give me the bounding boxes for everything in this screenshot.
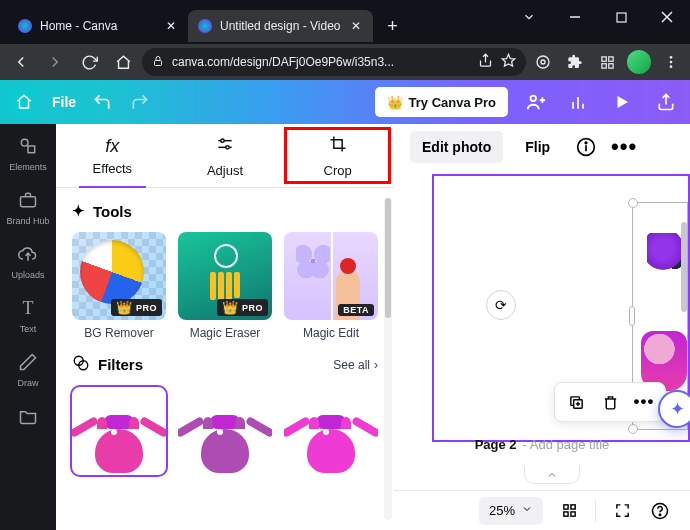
- svg-point-36: [585, 142, 587, 144]
- magic-button[interactable]: ✦: [658, 390, 690, 428]
- more-icon[interactable]: •••: [610, 133, 638, 161]
- reload-button[interactable]: [74, 47, 104, 77]
- tool-magic-edit[interactable]: BETA Magic Edit: [284, 232, 378, 340]
- tab-adjust[interactable]: Adjust: [169, 124, 282, 187]
- tab-title: Home - Canva: [40, 19, 117, 33]
- new-tab-button[interactable]: +: [379, 12, 407, 40]
- maximize-button[interactable]: [598, 2, 644, 32]
- chevron-right-icon: ›: [374, 358, 378, 372]
- svg-rect-9: [601, 56, 605, 60]
- tab-crop[interactable]: Crop: [281, 124, 394, 187]
- svg-rect-10: [608, 56, 612, 60]
- tool-bg-remover[interactable]: 👑PRO BG Remover: [72, 232, 166, 340]
- rail-brand-hub[interactable]: Brand Hub: [6, 188, 49, 226]
- svg-point-24: [21, 139, 28, 146]
- redo-button[interactable]: [128, 90, 152, 114]
- page-caption[interactable]: Page 2 - Add page title: [394, 437, 690, 452]
- lock-icon: [152, 55, 164, 70]
- home-button-browser[interactable]: [108, 47, 138, 77]
- minimize-button[interactable]: [552, 2, 598, 32]
- back-button[interactable]: [6, 47, 36, 77]
- edit-photo-button[interactable]: Edit photo: [410, 131, 503, 163]
- info-icon[interactable]: [572, 133, 600, 161]
- crown-icon: 👑: [387, 95, 403, 110]
- svg-rect-26: [21, 197, 36, 207]
- rail-elements[interactable]: Elements: [9, 134, 47, 172]
- shapes-icon: [16, 134, 40, 158]
- filter-option-1[interactable]: [72, 387, 166, 475]
- browser-tab-home[interactable]: Home - Canva ✕: [8, 10, 188, 42]
- fx-icon: fx: [105, 136, 119, 157]
- svg-point-30: [221, 139, 224, 142]
- filter-option-2[interactable]: [178, 387, 272, 475]
- pro-badge: 👑PRO: [111, 299, 162, 316]
- close-icon[interactable]: ✕: [349, 19, 363, 33]
- apps-icon[interactable]: [594, 49, 620, 75]
- invite-icon[interactable]: [522, 88, 550, 116]
- svg-rect-41: [570, 505, 574, 509]
- star-icon[interactable]: [501, 53, 516, 71]
- svg-point-14: [670, 61, 673, 64]
- more-icon[interactable]: •••: [629, 387, 659, 417]
- tab-effects[interactable]: fxEffects: [56, 124, 169, 187]
- resize-handle[interactable]: [628, 198, 638, 208]
- svg-point-7: [537, 56, 549, 68]
- fullscreen-icon[interactable]: [610, 499, 634, 523]
- close-icon[interactable]: ✕: [164, 19, 178, 33]
- sliders-icon: [215, 134, 235, 159]
- file-menu[interactable]: File: [52, 94, 76, 110]
- collapse-handle[interactable]: [524, 466, 580, 484]
- pencil-icon: [16, 350, 40, 374]
- rail-draw[interactable]: Draw: [16, 350, 40, 388]
- resize-handle[interactable]: [629, 306, 635, 326]
- svg-point-8: [541, 60, 545, 64]
- help-icon[interactable]: [648, 499, 672, 523]
- duplicate-icon[interactable]: [561, 387, 591, 417]
- svg-rect-42: [563, 512, 567, 516]
- share-button[interactable]: [652, 88, 680, 116]
- address-bar[interactable]: canva.com/design/DAFj0Oe9P6w/i35n3...: [142, 48, 526, 76]
- beta-badge: BETA: [338, 304, 374, 316]
- rail-text[interactable]: TText: [16, 296, 40, 334]
- svg-rect-12: [608, 63, 612, 67]
- close-window-button[interactable]: [644, 2, 690, 32]
- avatar[interactable]: [626, 49, 652, 75]
- see-all-link[interactable]: See all›: [333, 358, 378, 372]
- zoom-control[interactable]: 25%: [479, 497, 543, 525]
- floating-toolbar: •••: [554, 382, 666, 422]
- menu-icon[interactable]: [658, 49, 684, 75]
- svg-rect-11: [601, 63, 605, 67]
- play-button[interactable]: [606, 86, 638, 118]
- crop-icon: [328, 134, 348, 159]
- scrollbar[interactable]: [384, 198, 392, 520]
- rail-more[interactable]: [16, 404, 40, 428]
- canva-home-button[interactable]: [10, 88, 38, 116]
- rail-uploads[interactable]: Uploads: [11, 242, 44, 280]
- browser-tab-design[interactable]: Untitled design - Video ✕: [188, 10, 373, 42]
- svg-marker-6: [502, 54, 515, 66]
- resize-handle[interactable]: [628, 424, 638, 434]
- forward-button[interactable]: [40, 47, 70, 77]
- flip-button[interactable]: Flip: [513, 131, 562, 163]
- try-canva-pro-button[interactable]: 👑Try Canva Pro: [375, 87, 508, 117]
- svg-point-13: [670, 56, 673, 59]
- extension-icon[interactable]: [530, 49, 556, 75]
- chevron-down-icon[interactable]: [506, 2, 552, 32]
- svg-rect-40: [563, 505, 567, 509]
- undo-button[interactable]: [90, 90, 114, 114]
- trash-icon[interactable]: [595, 387, 625, 417]
- share-icon[interactable]: [478, 53, 493, 71]
- canva-favicon: [18, 19, 32, 33]
- puzzle-icon[interactable]: [562, 49, 588, 75]
- scrollbar[interactable]: [680, 220, 688, 370]
- insights-icon[interactable]: [564, 88, 592, 116]
- filter-option-3[interactable]: [284, 387, 378, 475]
- url-text: canva.com/design/DAFj0Oe9P6w/i35n3...: [172, 55, 470, 69]
- briefcase-icon: [16, 188, 40, 212]
- svg-point-15: [670, 65, 673, 68]
- tab-title: Untitled design - Video: [220, 19, 341, 33]
- tool-magic-eraser[interactable]: 👑PRO Magic Eraser: [178, 232, 272, 340]
- grid-view-icon[interactable]: [557, 499, 581, 523]
- sync-icon[interactable]: ⟳: [486, 290, 516, 320]
- svg-marker-22: [618, 96, 629, 108]
